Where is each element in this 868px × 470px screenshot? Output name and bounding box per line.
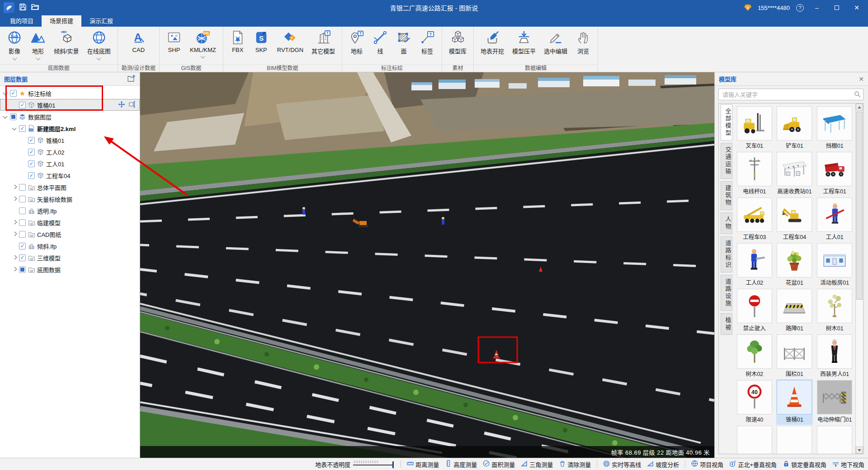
layer-checkbox[interactable] bbox=[19, 196, 26, 202]
model-card[interactable] bbox=[816, 425, 853, 454]
expander-icon[interactable] bbox=[12, 267, 17, 272]
model-card[interactable] bbox=[776, 425, 813, 454]
layer-checkbox[interactable]: ✓ bbox=[28, 160, 35, 167]
layer-checkbox[interactable] bbox=[10, 113, 17, 120]
model-card-花盆01[interactable]: 花盆01 bbox=[776, 242, 813, 288]
model-card-树木01[interactable]: 树木01 bbox=[816, 288, 853, 334]
chevron-down-icon[interactable] bbox=[12, 56, 17, 61]
map-3d-viewport[interactable]: 帧率 68.69 层级 22 距地面 40.96 米 bbox=[140, 72, 714, 458]
layer-tree-row[interactable]: ✓三维模型 bbox=[0, 252, 140, 263]
ribbon-item-在线底图[interactable]: 在线底图 bbox=[83, 28, 115, 60]
model-card[interactable] bbox=[736, 425, 773, 454]
statusbar-button-地下视角[interactable]: 地下视角 bbox=[832, 460, 864, 469]
move-layer-icon[interactable] bbox=[118, 101, 125, 109]
model-card-限速40[interactable]: 40限速40 bbox=[736, 379, 773, 425]
model-card-围栏01[interactable]: 围栏01 bbox=[776, 334, 813, 379]
expander-icon[interactable] bbox=[3, 114, 8, 119]
chevron-down-icon[interactable] bbox=[36, 56, 40, 61]
ribbon-item-影像[interactable]: 影像 bbox=[3, 28, 26, 60]
model-card-活动板房01[interactable]: 活动板房01 bbox=[816, 242, 853, 288]
layer-checkbox[interactable]: ✓ bbox=[10, 90, 17, 97]
layer-tree-row[interactable]: ✓锥桶01 bbox=[0, 134, 140, 146]
statusbar-button-距离测量[interactable]: 距离测量 bbox=[407, 460, 439, 469]
layer-checkbox[interactable]: ✓ bbox=[19, 243, 26, 249]
ribbon-item-浏览[interactable]: 浏览 bbox=[571, 28, 595, 60]
layer-checkbox[interactable] bbox=[19, 266, 26, 273]
ribbon-item-模型库[interactable]: 模型库 bbox=[445, 28, 471, 60]
statusbar-button-坡度分析[interactable]: 坡度分析 bbox=[647, 460, 679, 469]
tab-我的项目[interactable]: 我的项目 bbox=[2, 14, 42, 27]
layer-checkbox[interactable]: ✓ bbox=[19, 125, 26, 132]
ribbon-item-选中编辑[interactable]: 选中编辑 bbox=[540, 28, 571, 60]
model-card-电线杆01[interactable]: 电线杆01 bbox=[736, 151, 773, 197]
chevron-down-icon[interactable] bbox=[201, 54, 205, 59]
statusbar-button-项目视角[interactable]: 项目视角 bbox=[691, 460, 723, 469]
expander-icon[interactable] bbox=[12, 184, 17, 190]
scroll-track[interactable] bbox=[856, 111, 863, 446]
ribbon-item-模型压平[interactable]: 模型压平 bbox=[508, 28, 540, 60]
minimize-button[interactable]: – bbox=[810, 2, 824, 13]
model-card-铲车01[interactable]: 铲车01 bbox=[776, 105, 813, 151]
model-card-树木02[interactable]: 树木02 bbox=[736, 334, 773, 379]
scroll-down-button[interactable] bbox=[856, 446, 863, 454]
model-card-工程车04[interactable]: 工程车04 bbox=[776, 197, 813, 242]
model-card-叉车01[interactable]: 叉车01 bbox=[736, 105, 773, 151]
expander-icon[interactable] bbox=[12, 231, 17, 237]
model-card-工人02[interactable]: 工人02 bbox=[736, 242, 773, 288]
ribbon-item-线[interactable]: 线 bbox=[368, 28, 392, 60]
layer-tree-row[interactable]: 透明.lfp bbox=[0, 205, 140, 216]
category-tab-全部模型[interactable]: 全部模型 bbox=[721, 104, 732, 141]
expander-icon[interactable] bbox=[12, 196, 17, 202]
model-card-工程车03[interactable]: 工程车03 bbox=[736, 197, 773, 242]
chevron-down-icon[interactable] bbox=[97, 56, 101, 61]
help-button[interactable]: ? bbox=[796, 4, 804, 12]
layer-tree-row[interactable]: 总体平面图 bbox=[0, 181, 140, 193]
model-search-input[interactable] bbox=[718, 89, 863, 100]
ribbon-item-RVT/DGN[interactable]: 2RVT/DGN bbox=[273, 28, 307, 58]
ribbon-item-地标[interactable]: T地标 bbox=[345, 28, 368, 60]
category-tab-交通运输[interactable]: 交通运输 bbox=[721, 143, 732, 179]
open-folder-icon[interactable] bbox=[31, 3, 39, 12]
worker-figure[interactable] bbox=[302, 207, 305, 215]
layer-tree-row[interactable]: 数据图层 bbox=[0, 111, 140, 122]
ribbon-item-KML/KMZ[interactable]: KMLKML/KMZ bbox=[186, 28, 220, 58]
layer-checkbox[interactable]: ✓ bbox=[19, 254, 26, 261]
model-card-工程车01[interactable]: 工程车01 bbox=[816, 151, 853, 197]
ribbon-item-FBX[interactable]: FBX bbox=[226, 28, 250, 58]
ribbon-item-SKP[interactable]: SSKP bbox=[250, 28, 273, 58]
ribbon-item-CAD[interactable]: ACAD bbox=[127, 28, 150, 58]
tab-场景搭建[interactable]: 场景搭建 bbox=[42, 14, 81, 27]
model-card-锥桶01[interactable]: 锥桶01 bbox=[776, 379, 813, 425]
statusbar-button-锁定垂直视角[interactable]: 锁定垂直视角 bbox=[783, 460, 826, 469]
worker-figure[interactable] bbox=[442, 217, 444, 225]
close-button[interactable]: ✕ bbox=[850, 2, 863, 13]
restore-button[interactable] bbox=[830, 2, 844, 13]
tab-演示汇报[interactable]: 演示汇报 bbox=[81, 14, 121, 27]
ribbon-item-标签[interactable]: T标签 bbox=[415, 28, 439, 60]
category-tab-建筑物[interactable]: 建筑物 bbox=[721, 181, 732, 210]
layer-tree-row[interactable]: ✓KML新建图层2.kml bbox=[0, 122, 140, 134]
ribbon-item-其它模型[interactable]: T其它模型 bbox=[307, 28, 339, 60]
layer-checkbox[interactable] bbox=[19, 231, 26, 238]
model-scrollbar[interactable] bbox=[855, 103, 863, 454]
model-card-禁止驶入[interactable]: 禁止驶入 bbox=[736, 288, 773, 334]
layer-checkbox[interactable]: ✓ bbox=[19, 102, 26, 108]
layer-tree-row[interactable]: ✓工程车04 bbox=[0, 169, 140, 181]
statusbar-button-高度测量[interactable]: 高度测量 bbox=[445, 460, 477, 469]
layer-checkbox[interactable]: ✓ bbox=[28, 137, 35, 144]
expander-icon[interactable] bbox=[12, 220, 17, 225]
save-icon[interactable] bbox=[19, 3, 27, 13]
layer-checkbox[interactable] bbox=[19, 219, 26, 226]
statusbar-button-清除测量[interactable]: 清除测量 bbox=[559, 460, 591, 469]
model-card-工人01[interactable]: 工人01 bbox=[816, 197, 853, 242]
layer-tree-row[interactable]: ✓工人01 bbox=[0, 158, 140, 169]
layer-tree-row[interactable]: CAD图纸 bbox=[0, 228, 140, 240]
layer-tree-row[interactable]: 临建模型 bbox=[0, 216, 140, 228]
model-card-西装男人01[interactable]: 西装男人01 bbox=[816, 334, 853, 379]
layer-tree-row[interactable]: ✓锥桶01 bbox=[0, 99, 140, 111]
ribbon-item-SHP[interactable]: SHP bbox=[162, 28, 186, 58]
expander-icon[interactable] bbox=[12, 126, 17, 131]
statusbar-button-三角测量[interactable]: 三角测量 bbox=[521, 460, 553, 469]
category-tab-道路标识[interactable]: 道路标识 bbox=[721, 236, 732, 273]
ribbon-item-面[interactable]: 面 bbox=[392, 28, 415, 60]
